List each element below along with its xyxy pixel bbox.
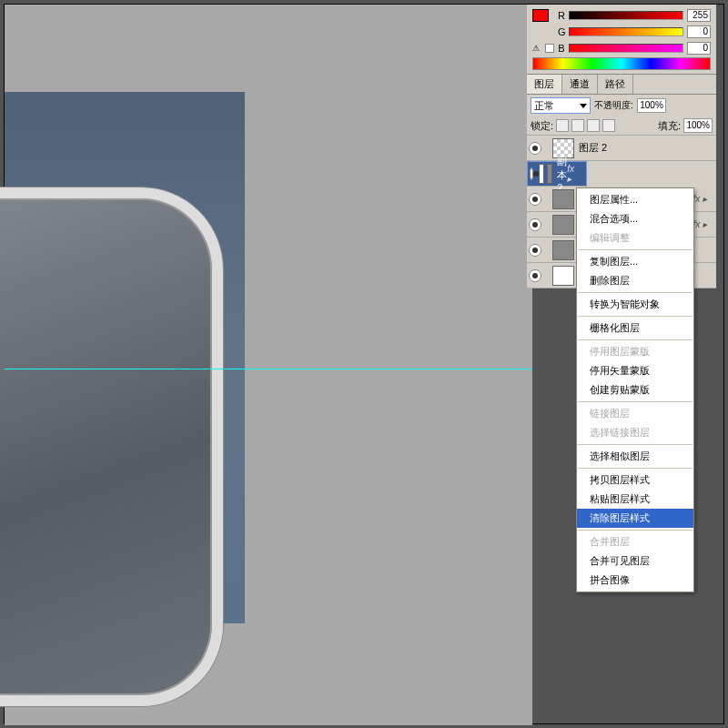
blend-mode-select[interactable]: 正常	[531, 97, 591, 114]
document-canvas[interactable]	[5, 92, 245, 623]
visibility-eye-icon[interactable]	[530, 167, 533, 180]
panel-tabs: 图层 通道 路径	[527, 75, 716, 95]
layer-mask-thumbnail[interactable]	[547, 164, 552, 184]
context-menu-item[interactable]: 转换为智能对象	[577, 295, 693, 314]
context-menu-item[interactable]: 拼合图像	[577, 571, 693, 590]
r-slider[interactable]	[569, 11, 683, 20]
fill-input[interactable]: 100%	[683, 118, 713, 133]
b-value[interactable]: 0	[687, 42, 711, 55]
lock-label: 锁定:	[531, 119, 553, 133]
visibility-eye-icon[interactable]	[529, 142, 541, 155]
layer-row[interactable]: 副本 2fx ▸	[527, 161, 587, 187]
context-menu-item[interactable]: 图层属性...	[577, 190, 693, 209]
fx-badge[interactable]: fx ▸	[693, 219, 707, 229]
color-row-b: ⚠ B 0	[532, 41, 711, 56]
tab-paths[interactable]: 路径	[598, 75, 633, 94]
context-menu-item[interactable]: 清除图层样式	[577, 509, 693, 528]
opacity-label: 不透明度:	[594, 99, 633, 112]
context-menu-item[interactable]: 栅格化图层	[577, 318, 693, 338]
horizontal-guide[interactable]	[5, 369, 532, 369]
lock-pixels-icon[interactable]	[571, 119, 584, 132]
blend-row: 正常 不透明度: 100%	[527, 95, 716, 116]
context-menu-item[interactable]: 选择相似图层	[577, 447, 693, 466]
layer-name[interactable]: 图层 2	[577, 141, 716, 155]
context-menu-item: 停用图层蒙版	[577, 342, 693, 361]
visibility-eye-icon[interactable]	[529, 193, 541, 206]
channel-label-r: R	[558, 10, 565, 21]
context-menu-item[interactable]: 混合选项...	[577, 209, 693, 228]
layer-thumbnail[interactable]	[552, 215, 574, 235]
context-menu-item: 选择链接图层	[577, 423, 693, 442]
color-panel: R 255 G 0 ⚠ B 0	[527, 5, 716, 75]
visibility-eye-icon[interactable]	[529, 218, 541, 231]
context-menu-item[interactable]: 停用矢量蒙版	[577, 361, 693, 380]
b-slider[interactable]	[569, 44, 683, 53]
rounded-rect-shape	[0, 187, 223, 706]
context-menu-item[interactable]: 拷贝图层样式	[577, 470, 693, 490]
r-value[interactable]: 255	[687, 9, 711, 22]
fill-label: 填充:	[658, 119, 681, 133]
color-row-g: G 0	[532, 25, 711, 39]
canvas-area[interactable]	[5, 5, 532, 725]
layer-thumbnail[interactable]	[552, 189, 574, 209]
fx-badge[interactable]: fx ▸	[567, 164, 574, 184]
context-menu-item: 编辑调整	[577, 228, 693, 248]
channel-label-b: B	[558, 43, 565, 54]
context-menu-item[interactable]: 粘贴图层样式	[577, 490, 693, 509]
default-color-icon[interactable]	[545, 44, 554, 53]
blend-mode-value: 正常	[534, 99, 554, 113]
context-menu-item: 合并图层	[577, 532, 693, 551]
layer-thumbnail[interactable]	[552, 240, 574, 260]
color-row-r: R 255	[532, 8, 711, 23]
tab-layers[interactable]: 图层	[527, 75, 562, 94]
channel-label-g: G	[558, 26, 565, 37]
warning-icon: ⚠	[532, 44, 541, 53]
lock-transparency-icon[interactable]	[556, 119, 569, 132]
tab-channels[interactable]: 通道	[562, 75, 598, 94]
layer-name[interactable]: 副本 2	[555, 155, 567, 193]
layer-thumbnail[interactable]	[552, 266, 574, 286]
spectrum-picker[interactable]	[532, 57, 711, 70]
fx-badge[interactable]: fx ▸	[693, 194, 707, 204]
layer-context-menu: 图层属性...混合选项...编辑调整复制图层...删除图层转换为智能对象栅格化图…	[576, 187, 694, 592]
layer-thumbnail[interactable]	[539, 164, 544, 184]
g-slider[interactable]	[569, 27, 683, 36]
context-menu-item[interactable]: 合并可见图层	[577, 551, 693, 571]
lock-position-icon[interactable]	[587, 119, 600, 132]
context-menu-item[interactable]: 删除图层	[577, 271, 693, 290]
visibility-eye-icon[interactable]	[529, 244, 541, 257]
app-frame: 回 A| ¶ 思缘设计论坛 WWW.MISSYUAN.COM R 255 G 0…	[4, 4, 724, 724]
foreground-swatch[interactable]	[532, 9, 549, 22]
opacity-input[interactable]: 100%	[637, 98, 666, 113]
chevron-down-icon	[580, 104, 587, 108]
lock-row: 锁定: 填充: 100%	[527, 116, 716, 136]
lock-all-icon[interactable]	[602, 119, 615, 132]
context-menu-item[interactable]: 复制图层...	[577, 252, 693, 271]
visibility-eye-icon[interactable]	[529, 269, 541, 282]
context-menu-item[interactable]: 创建剪贴蒙版	[577, 380, 693, 399]
context-menu-item: 链接图层	[577, 404, 693, 423]
g-value[interactable]: 0	[687, 25, 711, 38]
